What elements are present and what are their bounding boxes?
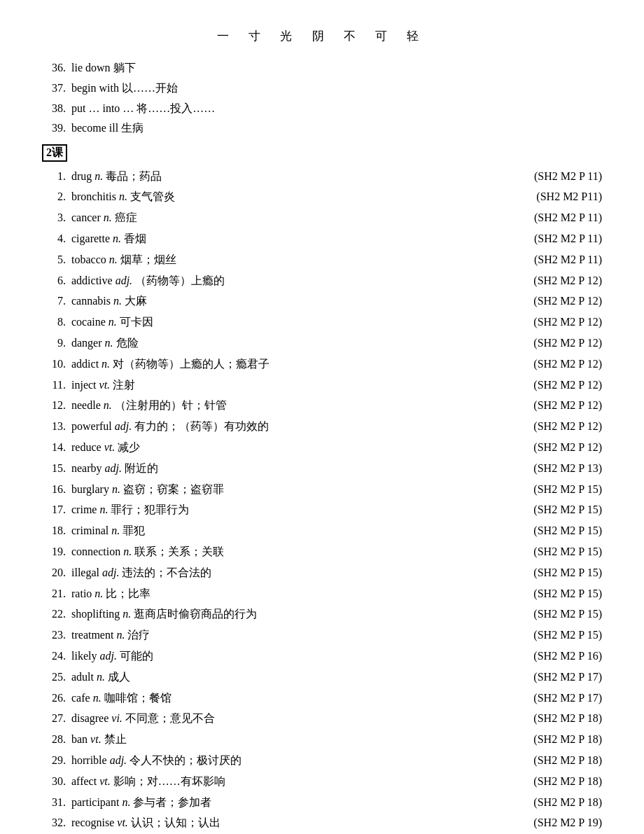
vocab-content-14: reduce vt. 减少 [71,439,511,457]
vocab-num-10: 10. [42,356,71,373]
vocab-ref-16: (SH2 M2 P 15) [511,481,602,499]
vocab-content-29: horrible adj. 令人不快的；极讨厌的 [71,752,511,770]
vocab-num-19: 19. [42,543,71,561]
vocab-ref-12: (SH2 M2 P 12) [511,397,602,415]
vocab-item-32: 32. recognise vt. 认识；认知；认出 (SH2 M2 P 19) [42,813,602,834]
vocab-ref-2: (SH2 M2 P11) [511,188,602,206]
vocab-content-11: inject vt. 注射 [71,377,511,394]
vocab-content-27: disagree vi. 不同意；意见不合 [71,710,511,728]
vocab-item-7: 7. cannabis n. 大麻 (SH2 M2 P 12) [42,291,602,312]
vocab-num-16: 16. [42,481,71,499]
vocab-content-4: cigarette n. 香烟 [71,230,511,248]
vocab-num-21: 21. [42,585,71,603]
vocab-ref-23: (SH2 M2 P 15) [511,627,602,644]
vocab-item-19: 19. connection n. 联系；关系；关联 (SH2 M2 P 15) [42,542,602,563]
vocab-num-22: 22. [42,606,71,623]
vocab-item-9: 9. danger n. 危险 (SH2 M2 P 12) [42,333,602,354]
pre-item-37: 37. begin with 以……开始 [42,78,602,99]
vocab-ref-30: (SH2 M2 P 18) [511,773,602,791]
vocab-item-6: 6. addictive adj. （药物等）上瘾的 (SH2 M2 P 12) [42,270,602,291]
vocab-content-3: cancer n. 癌症 [71,209,511,227]
vocab-num-23: 23. [42,627,71,644]
vocab-ref-9: (SH2 M2 P 12) [511,335,602,352]
vocab-ref-8: (SH2 M2 P 12) [511,314,602,331]
pre-num-36: 36. [42,60,71,77]
vocab-item-8: 8. cocaine n. 可卡因 (SH2 M2 P 12) [42,312,602,333]
vocab-num-25: 25. [42,669,71,686]
vocab-num-24: 24. [42,648,71,665]
vocab-num-15: 15. [42,460,71,478]
vocab-ref-18: (SH2 M2 P 15) [511,522,602,540]
vocab-ref-6: (SH2 M2 P 12) [511,272,602,290]
vocab-item-13: 13. powerful adj. 有力的；（药等）有功效的 (SH2 M2 P… [42,417,602,438]
vocab-ref-4: (SH2 M2 P 11) [511,230,602,248]
vocab-content-16: burglary n. 盗窃；窃案；盗窃罪 [71,481,511,499]
pre-num-37: 37. [42,80,71,97]
vocab-item-24: 24. likely adj. 可能的 (SH2 M2 P 16) [42,646,602,667]
vocab-num-13: 13. [42,418,71,436]
vocab-ref-10: (SH2 M2 P 12) [511,356,602,373]
vocab-num-26: 26. [42,690,71,707]
vocab-ref-32: (SH2 M2 P 19) [511,814,602,832]
vocab-ref-26: (SH2 M2 P 17) [511,690,602,707]
vocab-content-25: adult n. 成人 [71,669,511,686]
vocab-item-25: 25. adult n. 成人 (SH2 M2 P 17) [42,667,602,688]
vocab-item-15: 15. nearby adj. 附近的 (SH2 M2 P 13) [42,458,602,479]
vocab-num-5: 5. [42,251,71,269]
vocab-content-6: addictive adj. （药物等）上瘾的 [71,272,511,290]
vocab-content-12: needle n. （注射用的）针；针管 [71,397,511,415]
vocab-content-22: shoplifting n. 逛商店时偷窃商品的行为 [71,606,511,623]
vocab-ref-24: (SH2 M2 P 16) [511,648,602,665]
vocab-ref-25: (SH2 M2 P 17) [511,669,602,686]
vocab-num-31: 31. [42,794,71,812]
vocab-list: 1. drug n. 毒品；药品 (SH2 M2 P 11) 2. bronch… [42,166,602,834]
vocab-content-28: ban vt. 禁止 [71,731,511,749]
vocab-item-23: 23. treatment n. 治疗 (SH2 M2 P 15) [42,625,602,646]
vocab-ref-15: (SH2 M2 P 13) [511,460,602,478]
vocab-item-29: 29. horrible adj. 令人不快的；极讨厌的 (SH2 M2 P 1… [42,751,602,772]
vocab-item-16: 16. burglary n. 盗窃；窃案；盗窃罪 (SH2 M2 P 15) [42,479,602,500]
vocab-num-14: 14. [42,439,71,457]
vocab-item-2: 2. bronchitis n. 支气管炎 (SH2 M2 P11) [42,187,602,208]
vocab-content-13: powerful adj. 有力的；（药等）有功效的 [71,418,511,436]
vocab-item-5: 5. tobacco n. 烟草；烟丝 (SH2 M2 P 11) [42,249,602,270]
vocab-num-30: 30. [42,773,71,791]
pre-text-39: become ill 生病 [71,120,144,137]
pre-item-36: 36. lie down 躺下 [42,58,602,78]
vocab-item-31: 31. participant n. 参与者；参加者 (SH2 M2 P 18) [42,792,602,813]
vocab-item-1: 1. drug n. 毒品；药品 (SH2 M2 P 11) [42,166,602,187]
vocab-ref-14: (SH2 M2 P 12) [511,439,602,457]
section-header: 2课 [42,144,67,162]
vocab-ref-13: (SH2 M2 P 12) [511,418,602,436]
vocab-num-2: 2. [42,188,71,206]
vocab-content-21: ratio n. 比；比率 [71,585,511,603]
vocab-num-32: 32. [42,814,71,832]
vocab-num-18: 18. [42,522,71,540]
vocab-ref-19: (SH2 M2 P 15) [511,543,602,561]
vocab-ref-31: (SH2 M2 P 18) [511,794,602,812]
vocab-num-7: 7. [42,293,71,310]
vocab-num-20: 20. [42,564,71,582]
vocab-content-9: danger n. 危险 [71,335,511,352]
vocab-item-10: 10. addict n. 对（药物等）上瘾的人；瘾君子 (SH2 M2 P 1… [42,354,602,375]
vocab-content-15: nearby adj. 附近的 [71,460,511,478]
vocab-ref-21: (SH2 M2 P 15) [511,585,602,603]
vocab-item-17: 17. crime n. 罪行；犯罪行为 (SH2 M2 P 15) [42,500,602,521]
vocab-num-27: 27. [42,710,71,728]
vocab-content-31: participant n. 参与者；参加者 [71,794,511,812]
pre-text-36: lie down 躺下 [71,60,136,77]
vocab-num-8: 8. [42,314,71,331]
vocab-item-14: 14. reduce vt. 减少 (SH2 M2 P 12) [42,438,602,459]
vocab-num-1: 1. [42,168,71,186]
vocab-item-27: 27. disagree vi. 不同意；意见不合 (SH2 M2 P 18) [42,709,602,730]
vocab-ref-7: (SH2 M2 P 12) [511,293,602,310]
pre-num-38: 38. [42,100,71,118]
vocab-content-24: likely adj. 可能的 [71,648,511,665]
vocab-ref-28: (SH2 M2 P 18) [511,731,602,749]
vocab-content-30: affect vt. 影响；对……有坏影响 [71,773,511,791]
vocab-ref-17: (SH2 M2 P 15) [511,501,602,519]
vocab-content-5: tobacco n. 烟草；烟丝 [71,251,511,269]
vocab-ref-3: (SH2 M2 P 11) [511,209,602,227]
vocab-ref-1: (SH2 M2 P 11) [511,168,602,186]
vocab-content-8: cocaine n. 可卡因 [71,314,511,331]
